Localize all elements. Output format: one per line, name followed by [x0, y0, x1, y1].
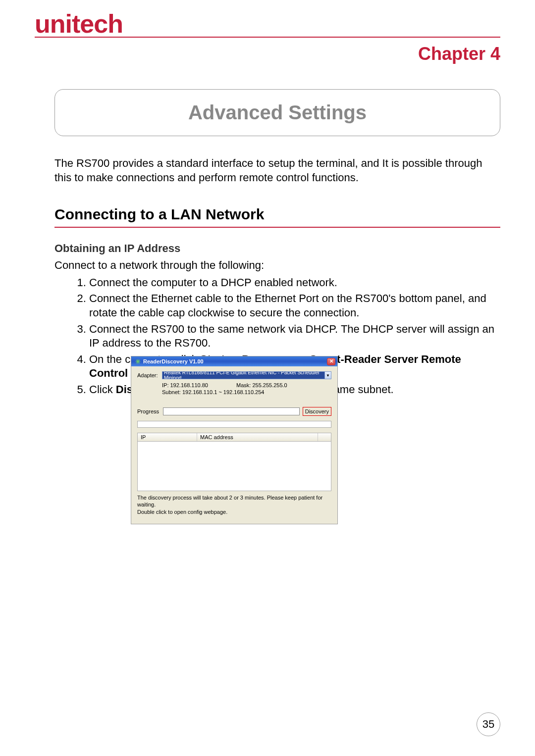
- brand-logo-text: unitech: [35, 9, 123, 38]
- step-1: Connect the computer to a DHCP enabled n…: [89, 276, 495, 290]
- adapter-value: Realtek RTL8168/8111 PCI-E Gigabit Ether…: [164, 371, 324, 379]
- results-table[interactable]: [137, 442, 331, 491]
- table-header: IP MAC address: [137, 433, 331, 442]
- close-icon: ✕: [329, 359, 333, 364]
- subnet-row: Subnet: 192.168.110.1 ~ 192.168.110.254: [162, 389, 331, 395]
- brand-logo: unitech: [35, 9, 123, 39]
- progress-bar: [163, 407, 300, 415]
- mask-value: Mask: 255.255.255.0: [236, 382, 287, 388]
- filter-input[interactable]: [137, 421, 331, 428]
- adapter-label: Adapter:: [137, 372, 162, 378]
- section-heading: Connecting to a LAN Network: [54, 204, 500, 224]
- step-2: Connect the Ethernet cable to the Ethern…: [89, 292, 495, 320]
- reader-discovery-dialog: ✳ ReaderDiscovery V1.00 ✕ Adapter: Realt…: [131, 356, 338, 524]
- ip-value: IP: 192.168.110.80: [162, 382, 236, 388]
- page-number: 35: [477, 712, 500, 736]
- section-rule: [54, 227, 500, 228]
- progress-row: Progress Discovery: [137, 407, 331, 416]
- subsection-heading: Obtaining an IP Address: [54, 242, 500, 256]
- step-5-prefix: Click: [89, 383, 116, 396]
- titlebar-left: ✳ ReaderDiscovery V1.00: [134, 358, 204, 365]
- page-title: Advanced Settings: [55, 101, 500, 124]
- ip-mask-row: IP: 192.168.110.80 Mask: 255.255.255.0: [162, 382, 331, 388]
- discovery-button[interactable]: Discovery: [303, 407, 331, 416]
- chevron-down-icon[interactable]: ▼: [324, 372, 331, 379]
- intro-paragraph: The RS700 provides a standard interface …: [54, 156, 500, 185]
- close-button[interactable]: ✕: [327, 358, 335, 365]
- app-icon: ✳: [134, 358, 141, 365]
- adapter-row: Adapter: Realtek RTL8168/8111 PCI-E Giga…: [137, 371, 331, 379]
- subnet-value: Subnet: 192.168.110.1 ~ 192.168.110.254: [162, 389, 264, 395]
- header-rule: [35, 37, 500, 38]
- note-text: The discovery process will take about 2 …: [137, 494, 331, 515]
- dialog-titlebar[interactable]: ✳ ReaderDiscovery V1.00 ✕: [131, 356, 337, 366]
- title-box: Advanced Settings: [54, 89, 500, 136]
- column-spacer: [318, 433, 331, 441]
- lead-text: Connect to a network through the followi…: [54, 258, 500, 273]
- column-mac[interactable]: MAC address: [197, 433, 318, 441]
- column-ip[interactable]: IP: [138, 433, 197, 441]
- chapter-heading: Chapter 4: [418, 44, 500, 64]
- dialog-title: ReaderDiscovery V1.00: [143, 358, 204, 364]
- note-line-1: The discovery process will take about 2 …: [137, 494, 331, 508]
- step-3: Connect the RS700 to the same network vi…: [89, 322, 495, 351]
- dialog-body: Adapter: Realtek RTL8168/8111 PCI-E Giga…: [131, 366, 337, 518]
- note-line-2: Double click to open config webpage.: [137, 508, 331, 515]
- adapter-select[interactable]: Realtek RTL8168/8111 PCI-E Gigabit Ether…: [162, 371, 331, 379]
- progress-label: Progress: [137, 408, 160, 414]
